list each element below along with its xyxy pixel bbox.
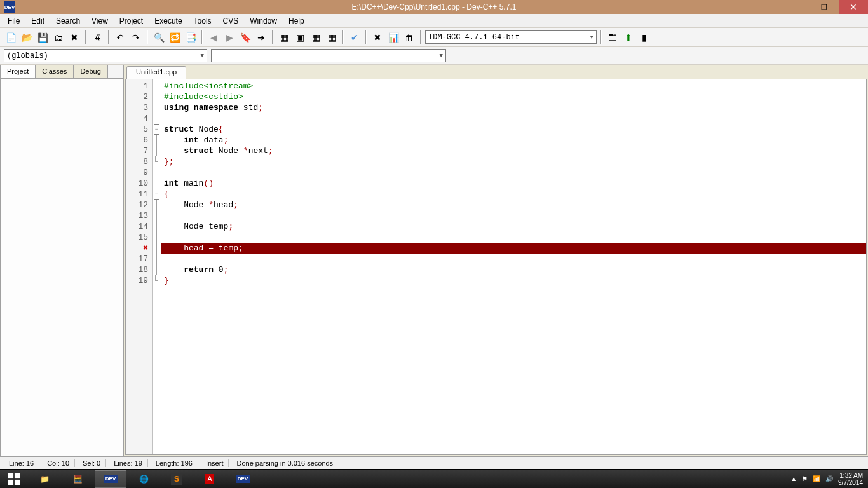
taskbar-devcpp2[interactable]: DEV (227, 470, 259, 488)
print-button[interactable]: 🖨 (90, 30, 104, 44)
forward-button[interactable]: ▶ (222, 30, 236, 44)
fold-marker[interactable] (153, 254, 161, 264)
tray-chevron-icon[interactable]: ▲ (790, 475, 797, 482)
open-button[interactable]: 📂 (20, 30, 34, 44)
save-all-button[interactable]: 🗂 (51, 30, 65, 44)
code-line[interactable]: }; (161, 156, 866, 167)
code-line[interactable]: int main() (161, 178, 866, 189)
fold-marker[interactable] (153, 156, 161, 167)
close-file-button[interactable]: ✖ (67, 30, 81, 44)
find-button[interactable]: 🔍 (152, 30, 166, 44)
new-class-button[interactable]: 🗔 (606, 30, 620, 44)
minimize-button[interactable]: — (780, 0, 810, 14)
taskbar-calc[interactable]: 🧮 (62, 470, 93, 488)
scope-combo[interactable]: (globals)▼ (4, 49, 207, 62)
find-in-files-button[interactable]: 📑 (184, 30, 198, 44)
code-line[interactable]: #include<iostream> (161, 81, 866, 92)
file-tab[interactable]: Untitled1.cpp (126, 66, 186, 79)
menu-search[interactable]: Search (51, 15, 85, 27)
taskbar-explorer[interactable]: 📁 (29, 470, 60, 488)
fold-marker[interactable] (153, 210, 161, 221)
back-button[interactable]: ◀ (207, 30, 220, 44)
code-line[interactable]: struct Node *next; (161, 146, 866, 156)
project-tree[interactable] (0, 78, 123, 456)
save-button[interactable]: 💾 (36, 30, 50, 44)
fold-marker[interactable] (153, 146, 161, 156)
compile-run-button[interactable]: ▦ (309, 30, 323, 44)
side-tab-debug[interactable]: Debug (73, 65, 107, 79)
side-tab-classes[interactable]: Classes (35, 65, 74, 79)
undo-button[interactable]: ↶ (113, 30, 127, 44)
fold-marker[interactable] (153, 200, 161, 210)
code-line[interactable]: } (161, 275, 866, 286)
menu-window[interactable]: Window (245, 15, 282, 27)
side-tab-project[interactable]: Project (0, 65, 36, 79)
fold-marker[interactable] (153, 92, 161, 102)
fold-marker[interactable] (153, 232, 161, 243)
profile-button[interactable]: 📊 (386, 30, 400, 44)
code-line[interactable]: Node *head; (161, 200, 866, 210)
replace-button[interactable]: 🔁 (168, 30, 182, 44)
code-line[interactable]: Node temp; (161, 221, 866, 232)
fold-marker[interactable] (153, 275, 161, 286)
fold-marker[interactable] (153, 167, 161, 178)
fold-marker[interactable]: − (153, 124, 161, 135)
code-line[interactable] (161, 210, 866, 221)
code-content[interactable]: #include<iostream>#include<cstdio>using … (161, 79, 866, 454)
code-line[interactable] (161, 113, 866, 124)
close-button[interactable]: ✕ (839, 0, 868, 14)
goto-button[interactable]: ➜ (254, 30, 268, 44)
clean-button[interactable]: 🗑 (402, 30, 416, 44)
taskbar-devcpp[interactable]: DEV (95, 470, 126, 488)
menu-edit[interactable]: Edit (26, 15, 50, 27)
fold-column[interactable]: −− (153, 79, 161, 454)
fold-marker[interactable] (153, 243, 161, 254)
code-line[interactable] (161, 232, 866, 243)
tray-network-icon[interactable]: 📶 (813, 475, 820, 482)
tray-clock[interactable]: 1:32 AM 9/7/2014 (838, 472, 863, 486)
code-line[interactable] (161, 254, 866, 264)
menu-view[interactable]: View (86, 15, 113, 27)
taskbar-sublime[interactable]: S (161, 470, 193, 488)
fold-marker[interactable] (153, 102, 161, 113)
fold-marker[interactable] (153, 221, 161, 232)
fold-marker[interactable]: − (153, 189, 161, 200)
tray-volume-icon[interactable]: 🔊 (825, 475, 833, 482)
start-button[interactable] (0, 470, 28, 489)
code-editor[interactable]: 123456789101112131415✖171819 −− #include… (125, 79, 867, 455)
taskbar-adobe[interactable]: A (194, 470, 226, 488)
menu-execute[interactable]: Execute (149, 15, 187, 27)
compiler-select[interactable]: TDM-GCC 4.7.1 64-bit▼ (425, 30, 597, 44)
menu-cvs[interactable]: CVS (218, 15, 244, 27)
fold-marker[interactable] (153, 135, 161, 146)
tray-flag-icon[interactable]: ⚑ (802, 475, 808, 482)
menu-project[interactable]: Project (114, 15, 148, 27)
compile-button[interactable]: ▦ (277, 30, 291, 44)
fold-marker[interactable] (153, 113, 161, 124)
code-line[interactable]: using namespace std; (161, 102, 866, 113)
taskbar-chrome[interactable]: 🌐 (128, 470, 159, 488)
syntax-check-button[interactable]: ✔ (348, 30, 362, 44)
code-line[interactable]: return 0; (161, 264, 866, 275)
fold-marker[interactable] (153, 81, 161, 92)
menu-file[interactable]: File (3, 15, 25, 27)
member-combo[interactable]: ▼ (211, 49, 446, 62)
bookmark-button[interactable]: 🔖 (238, 30, 252, 44)
code-line[interactable]: struct Node{ (161, 124, 866, 135)
code-line[interactable]: #include<cstdio> (161, 92, 866, 102)
code-line[interactable] (161, 167, 866, 178)
maximize-button[interactable]: ❐ (810, 0, 839, 14)
redo-button[interactable]: ↷ (129, 30, 143, 44)
code-line[interactable]: { (161, 189, 866, 200)
code-line[interactable]: int data; (161, 135, 866, 146)
insert-button[interactable]: ⬆ (621, 30, 635, 44)
system-tray[interactable]: ▲ ⚑ 📶 🔊 1:32 AM 9/7/2014 (790, 472, 868, 486)
fold-marker[interactable] (153, 264, 161, 275)
menu-help[interactable]: Help (283, 15, 309, 27)
run-button[interactable]: ▣ (293, 30, 307, 44)
code-line[interactable]: head = temp; (161, 243, 866, 254)
menu-tools[interactable]: Tools (189, 15, 217, 27)
debug-button[interactable]: ✖ (370, 30, 384, 44)
new-file-button[interactable]: 📄 (4, 30, 18, 44)
rebuild-button[interactable]: ▦ (325, 30, 339, 44)
